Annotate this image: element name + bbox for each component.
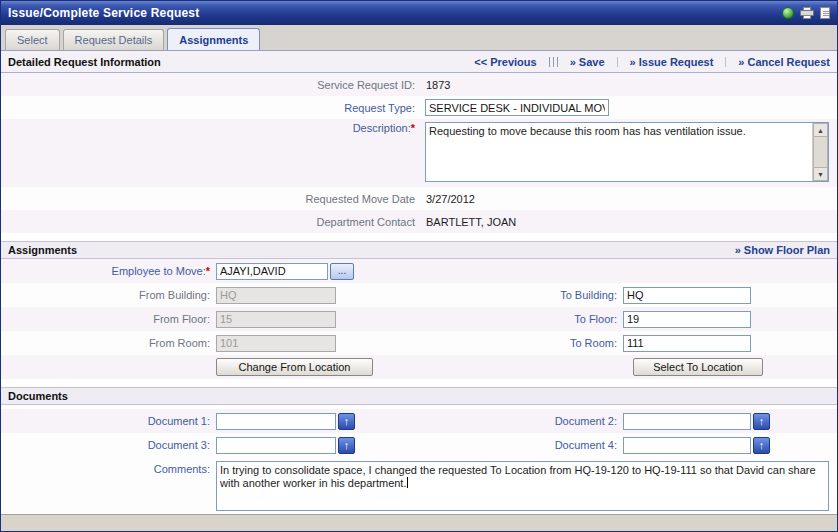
toolbar-separator <box>617 57 618 67</box>
assignments-section-header: Assignments » Show Floor Plan <box>1 241 837 259</box>
tab-assignments-label: Assignments <box>179 34 248 46</box>
document-3-label: Document 3: <box>1 439 216 451</box>
requested-move-date-label: Requested Move Date <box>1 193 421 205</box>
description-textarea[interactable]: Requesting to move because this room has… <box>425 122 829 182</box>
from-floor-input <box>216 311 336 328</box>
comments-label: Comments: <box>1 461 216 475</box>
document-4-label: Document 4: <box>423 439 623 451</box>
service-request-id-value: 1873 <box>421 79 450 91</box>
service-request-id-row: Service Request ID: 1873 <box>1 73 837 96</box>
document-2-label: Document 2: <box>423 415 623 427</box>
status-bar <box>1 514 837 531</box>
show-floor-plan-link[interactable]: » Show Floor Plan <box>735 244 830 256</box>
department-contact-value: BARTLETT, JOAN <box>421 216 516 228</box>
from-building-input <box>216 287 336 304</box>
issue-request-button[interactable]: » Issue Request <box>630 56 714 68</box>
from-floor-label: From Floor: <box>1 313 216 325</box>
tab-select[interactable]: Select <box>5 29 60 50</box>
request-type-input[interactable] <box>425 99 609 116</box>
required-asterisk: * <box>206 265 210 277</box>
toolbar-actions: << Previous » Save » Issue Request » Can… <box>474 56 830 68</box>
tab-assignments[interactable]: Assignments <box>167 28 260 50</box>
employee-to-move-row: Employee to Move:* ... <box>1 259 837 283</box>
document-3-input[interactable] <box>216 437 336 454</box>
to-floor-input[interactable] <box>623 311 751 328</box>
description-scrollbar[interactable]: ▲ ▼ <box>812 123 828 181</box>
description-label: Description:* <box>1 122 421 134</box>
comments-row: Comments: In trying to consolidate space… <box>1 457 837 513</box>
help-icon[interactable] <box>820 7 830 19</box>
title-bar: Issue/Complete Service Request <box>1 1 837 25</box>
to-floor-label: To Floor: <box>423 313 623 325</box>
to-building-input[interactable] <box>623 287 751 304</box>
document-4-input[interactable] <box>623 437 751 454</box>
department-contact-label: Department Contact <box>1 216 421 228</box>
document-4-upload-icon[interactable]: ↑ <box>753 437 770 454</box>
requested-move-date-value: 3/27/2012 <box>421 193 475 205</box>
documents-row-2: Document 3: ↑ Document 4: ↑ <box>1 433 837 457</box>
employee-to-move-label-text: Employee to Move: <box>112 265 206 277</box>
document-1-upload-icon[interactable]: ↑ <box>338 413 355 430</box>
from-building-label: From Building: <box>1 289 216 301</box>
service-request-id-label: Service Request ID: <box>1 79 421 91</box>
employee-to-move-label: Employee to Move:* <box>1 265 216 277</box>
text-caret <box>407 477 408 488</box>
documents-section-header: Documents <box>1 387 837 405</box>
section-title-detailed-request: Detailed Request Information <box>8 56 161 68</box>
print-icon[interactable] <box>800 7 814 19</box>
documents-section-title: Documents <box>8 390 68 402</box>
requested-move-date-row: Requested Move Date 3/27/2012 <box>1 187 837 210</box>
document-1-input[interactable] <box>216 413 336 430</box>
employee-to-move-input[interactable] <box>216 263 328 280</box>
document-2-input[interactable] <box>623 413 751 430</box>
tab-select-label: Select <box>17 34 48 46</box>
description-text: Requesting to move because this room has… <box>426 123 812 181</box>
department-contact-row: Department Contact BARTLETT, JOAN <box>1 210 837 233</box>
tab-request-details-label: Request Details <box>75 34 153 46</box>
comments-textarea[interactable]: In trying to consolidate space, I change… <box>216 461 829 511</box>
scrollbar-thumb[interactable] <box>813 137 828 167</box>
page-title: Issue/Complete Service Request <box>8 6 199 20</box>
to-room-input[interactable] <box>623 335 751 352</box>
toolbar-separator <box>725 57 726 67</box>
tab-bar: Select Request Details Assignments <box>1 25 837 51</box>
document-3-upload-icon[interactable]: ↑ <box>338 437 355 454</box>
scroll-down-icon[interactable]: ▼ <box>813 167 828 181</box>
from-room-input <box>216 335 336 352</box>
description-label-text: Description: <box>353 122 411 134</box>
change-from-location-button[interactable]: Change From Location <box>216 358 373 376</box>
employee-picker-button[interactable]: ... <box>330 263 354 280</box>
save-button[interactable]: » Save <box>570 56 605 68</box>
comments-text: In trying to consolidate space, I change… <box>220 464 816 489</box>
request-type-row: Request Type: <box>1 96 837 119</box>
scroll-up-icon[interactable]: ▲ <box>813 123 828 137</box>
description-row: Description:* Requesting to move because… <box>1 119 837 187</box>
add-icon[interactable] <box>782 7 794 19</box>
document-1-label: Document 1: <box>1 415 216 427</box>
document-2-upload-icon[interactable]: ↑ <box>753 413 770 430</box>
to-room-label: To Room: <box>423 337 623 349</box>
service-request-window: Issue/Complete Service Request Select Re… <box>0 0 838 532</box>
building-row: From Building: To Building: <box>1 283 837 307</box>
room-row: From Room: To Room: <box>1 331 837 355</box>
floor-row: From Floor: To Floor: <box>1 307 837 331</box>
detailed-request-toolbar: Detailed Request Information << Previous… <box>1 51 837 73</box>
to-building-label: To Building: <box>423 289 623 301</box>
from-room-label: From Room: <box>1 337 216 349</box>
cancel-request-button[interactable]: » Cancel Request <box>738 56 830 68</box>
select-to-location-button[interactable]: Select To Location <box>633 358 763 376</box>
documents-row-1: Document 1: ↑ Document 2: ↑ <box>1 409 837 433</box>
previous-button[interactable]: << Previous <box>474 56 536 68</box>
form-content: Detailed Request Information << Previous… <box>1 51 837 514</box>
assignments-section-title: Assignments <box>8 244 77 256</box>
toolbar-separator <box>549 57 558 67</box>
required-asterisk: * <box>411 122 415 134</box>
location-buttons-row: Change From Location Select To Location <box>1 355 837 379</box>
title-bar-icons <box>782 7 830 19</box>
request-type-label: Request Type: <box>1 102 421 114</box>
tab-request-details[interactable]: Request Details <box>63 29 165 50</box>
